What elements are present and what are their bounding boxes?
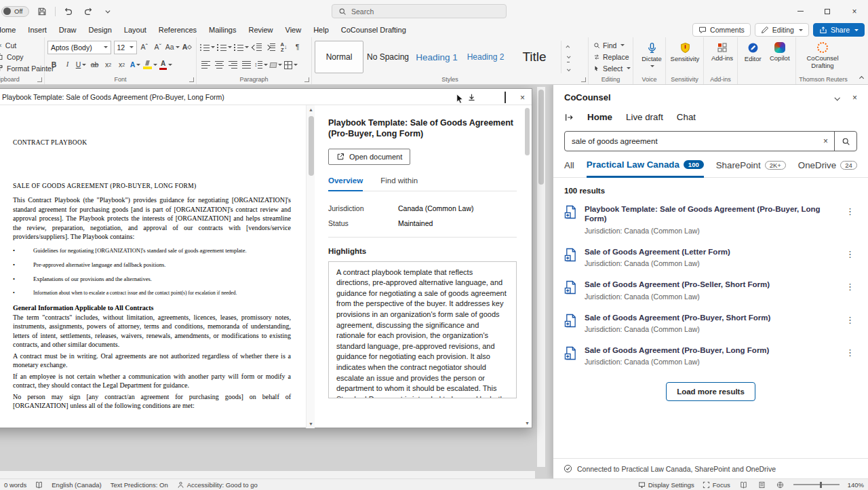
tab-onedrive[interactable]: OneDrive24 [798, 159, 857, 177]
borders-button[interactable] [283, 58, 298, 71]
undo-button[interactable] [62, 5, 75, 18]
decrease-indent-button[interactable] [250, 41, 263, 54]
superscript-button[interactable]: x2 [115, 58, 128, 71]
open-document-button[interactable]: Open document [328, 149, 410, 165]
justify-button[interactable] [240, 58, 253, 71]
nav-chat[interactable]: Chat [677, 112, 696, 122]
increase-indent-button[interactable] [264, 41, 277, 54]
align-center-button[interactable] [213, 58, 226, 71]
redo-button[interactable] [81, 5, 95, 18]
collapse-panel-button[interactable] [835, 92, 839, 102]
shading-button[interactable] [269, 58, 283, 71]
highlights-text-box[interactable]: A contract playbook template that reflec… [328, 261, 517, 398]
comments-button[interactable]: Comments [692, 23, 751, 37]
styles-scroll-up-button[interactable] [564, 43, 572, 52]
styles-scroll-down-button[interactable] [564, 53, 572, 62]
share-button[interactable]: Share [813, 23, 865, 37]
document-vertical-scrollbar[interactable] [537, 87, 545, 467]
subscript-button[interactable]: x2 [102, 58, 115, 71]
tab-find-within[interactable]: Find within [380, 176, 418, 191]
scrollbar-thumb[interactable] [538, 90, 544, 185]
italic-button[interactable]: I [61, 58, 74, 71]
preview-document-scrollbar[interactable]: ▲ ▼ [306, 105, 315, 428]
tab-overview[interactable]: Overview [328, 176, 363, 191]
change-case-button[interactable]: Aa [165, 41, 180, 54]
shrink-font-button[interactable]: Aˇ [151, 41, 164, 54]
read-mode-button[interactable] [738, 480, 749, 489]
more-options-icon[interactable]: ⋮ [840, 204, 860, 219]
style-heading2[interactable]: Heading 2 [461, 41, 510, 73]
close-button[interactable]: × [841, 0, 868, 22]
nav-live-draft[interactable]: Live draft [626, 112, 663, 122]
save-button[interactable] [35, 5, 49, 18]
download-button[interactable] [467, 93, 476, 102]
tab-review[interactable]: Review [242, 26, 279, 34]
more-options-icon[interactable]: ⋮ [840, 345, 860, 360]
tab-all[interactable]: All [564, 159, 574, 177]
submit-search-button[interactable] [834, 132, 856, 151]
zoom-slider[interactable] [793, 484, 840, 485]
web-layout-button[interactable] [775, 480, 785, 489]
tab-references[interactable]: References [153, 26, 203, 34]
replace-button[interactable]: Replace [593, 51, 629, 62]
scrollbar-thumb[interactable] [525, 108, 530, 155]
maximize-button[interactable] [505, 92, 506, 102]
text-effects-button[interactable]: A [129, 58, 142, 71]
font-dialog-launcher[interactable] [189, 77, 194, 82]
font-size-select[interactable]: 12 [114, 41, 138, 54]
word-count[interactable]: 0 words [4, 481, 26, 489]
tab-home[interactable]: Home [0, 26, 22, 34]
print-layout-button[interactable] [757, 480, 767, 489]
load-more-results-button[interactable]: Load more results [666, 382, 755, 401]
style-heading1[interactable]: Heading 1 [412, 41, 461, 73]
show-formatting-marks-button[interactable]: ¶ [291, 41, 304, 54]
align-left-button[interactable] [199, 58, 212, 71]
tab-mailings[interactable]: Mailings [203, 26, 242, 34]
style-title[interactable]: Title [510, 41, 559, 73]
expand-sidebar-button[interactable] [564, 113, 574, 122]
search-input[interactable] [565, 137, 817, 145]
sensitivity-button[interactable]: Sensitivity [669, 39, 701, 63]
clipboard-dialog-launcher[interactable] [37, 77, 42, 82]
multilevel-list-button[interactable] [233, 41, 250, 54]
sort-button[interactable]: AZ↓ [277, 41, 290, 54]
focus-mode-button[interactable]: Focus [703, 481, 730, 489]
addins-button[interactable]: Add-ins [707, 39, 738, 62]
cut-button[interactable]: ✂Cut [0, 39, 16, 51]
clear-search-button[interactable]: × [817, 136, 834, 146]
nav-home[interactable]: Home [587, 112, 612, 122]
underline-button[interactable]: U [75, 58, 87, 71]
tab-practical-law-canada[interactable]: Practical Law Canada100 [587, 159, 704, 178]
highlight-color-button[interactable] [142, 58, 158, 71]
scrollbar-thumb[interactable] [309, 116, 314, 176]
dictate-button[interactable]: Dictate [636, 39, 667, 67]
tab-draw[interactable]: Draw [53, 26, 83, 34]
copilot-button[interactable]: Copilot [767, 39, 793, 74]
font-family-select[interactable]: Aptos (Body) [47, 41, 111, 54]
cocounsel-drafting-button[interactable]: CoCounsel Drafting [799, 39, 846, 70]
bold-button[interactable]: B [47, 58, 60, 71]
zoom-slider-knob[interactable] [820, 482, 822, 488]
grow-font-button[interactable]: Aˆ [138, 41, 151, 54]
text-predictions-indicator[interactable]: Text Predictions: On [111, 481, 168, 489]
tab-view[interactable]: View [279, 26, 308, 34]
style-no-spacing[interactable]: No Spacing [363, 41, 412, 73]
preview-title-bar[interactable]: Playbook Template: Sale of Goods Agreeme… [0, 89, 532, 105]
tab-design[interactable]: Design [83, 26, 118, 34]
collapse-ribbon-button[interactable] [861, 71, 864, 81]
close-button[interactable]: × [520, 92, 525, 102]
overview-scrollbar[interactable]: ▼ [524, 108, 530, 426]
minimize-button[interactable] [787, 0, 814, 22]
maximize-button[interactable] [814, 0, 841, 22]
styles-gallery-more-button[interactable] [564, 63, 572, 72]
clear-formatting-button[interactable]: A [180, 41, 193, 54]
close-panel-button[interactable]: × [852, 92, 857, 102]
editing-mode-button[interactable]: Editing [755, 23, 809, 37]
styles-dialog-launcher[interactable] [581, 77, 586, 82]
document-preview[interactable]: CONTRACT PLAYBOOK SALE OF GOODS AGREEMEN… [0, 105, 306, 428]
more-options-icon[interactable]: ⋮ [840, 280, 860, 294]
tab-layout[interactable]: Layout [118, 26, 153, 34]
find-button[interactable]: Find [593, 39, 625, 51]
proofing-book-icon[interactable] [35, 481, 43, 489]
document-horizontal-scrollbar[interactable] [0, 471, 535, 478]
